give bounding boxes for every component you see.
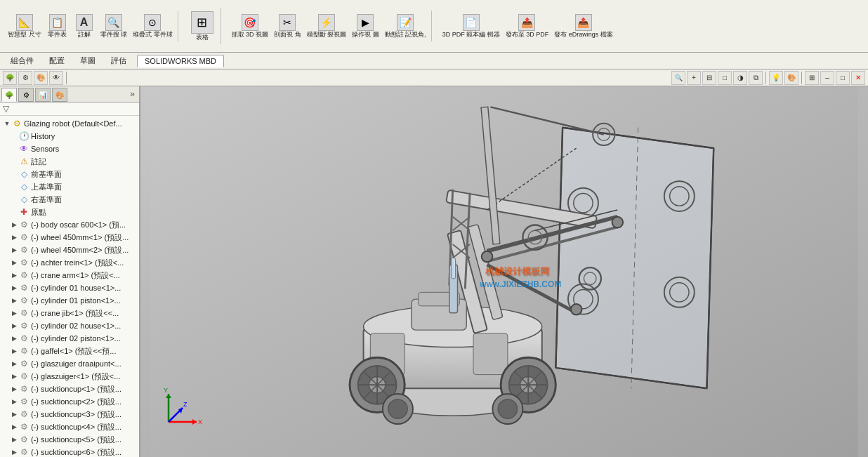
tab-solidworks-mbd[interactable]: SOLIDWORKS MBD — [137, 55, 224, 67]
tree-item-cup4[interactable]: ▶ ⚙ (-) sucktioncup<4> (預設... — [1, 420, 138, 433]
svg-marker-1 — [555, 128, 714, 389]
tree-item-cyl02-piston[interactable]: ▶ ⚙ (-) cylinder 02 piston<1>... — [1, 332, 138, 345]
cup4-icon: ⚙ — [18, 421, 29, 432]
search-button[interactable]: 🔍 零件搜 球 — [98, 12, 130, 41]
gaffel-label: (-) gaffel<1> (預設<<預... — [31, 346, 116, 357]
operate-view-button[interactable]: ▶ 操作視 圖 — [350, 12, 381, 41]
gd-icon: ⚙ — [18, 358, 29, 369]
tree-item-cup3[interactable]: ▶ ⚙ (-) sucktioncup<3> (預設... — [1, 408, 138, 420]
tree-item-cup5[interactable]: ▶ ⚙ (-) sucktioncup<5> (預設... — [1, 433, 138, 446]
tree-item-achter[interactable]: ▶ ⚙ (-) achter trein<1> (預設<... — [1, 256, 138, 269]
filter-icon[interactable]: ▽ — [3, 104, 9, 114]
tree-item-sensors[interactable]: 👁 Sensors — [1, 143, 138, 155]
front-plane-label: 前基準面 — [31, 169, 62, 180]
tree-item-origin[interactable]: ✚ 原點 — [1, 206, 138, 218]
annotation-icon: A — [76, 14, 93, 31]
glaszuiger-expand-icon: ▶ — [10, 372, 18, 380]
publish-group: 📄 3D PDF 範本編 輯器 📤 發布至 3D PDF 📤 發布 eDrawi… — [438, 11, 618, 42]
section-display-button[interactable]: ⧉ — [749, 71, 763, 85]
publish-edrawings-button[interactable]: 📤 發布 eDrawings 檔案 — [552, 12, 615, 41]
separator-3 — [801, 72, 802, 84]
tree-item-annotation[interactable]: ⚠ 註記 — [1, 155, 138, 168]
display-button[interactable]: 🎨 — [34, 71, 48, 85]
table-icon: ⊞ — [191, 11, 213, 34]
wheel-2-expand-icon: ▶ — [10, 246, 18, 254]
data-tab[interactable]: 📊 — [35, 88, 51, 102]
tree-item-cup2[interactable]: ▶ ⚙ (-) sucktioncup<2> (預設... — [1, 395, 138, 408]
tree-item-cyl01-house[interactable]: ▶ ⚙ (-) cylinder 01 house<1>... — [1, 282, 138, 294]
capture-3d-button[interactable]: 🎯 抓取 3D 視圖 — [230, 12, 271, 41]
3dpdf-sample-button[interactable]: 📄 3D PDF 範本編 輯器 — [440, 12, 502, 41]
tree-item-top-plane[interactable]: ◇ 上基準面 — [1, 180, 138, 193]
tree-item-cup6[interactable]: ▶ ⚙ (-) sucktioncup<6> (預設... — [1, 446, 138, 457]
view-3d-button[interactable]: □ — [718, 71, 732, 85]
config-button[interactable]: ⚙ — [18, 71, 32, 85]
tree-item-cup1[interactable]: ▶ ⚙ (-) sucktioncup<1> (預設... — [1, 383, 138, 395]
table-label: 表格 — [196, 34, 209, 41]
tree-item-history[interactable]: 🕐 History — [1, 130, 138, 143]
minimize-button[interactable]: – — [820, 71, 834, 85]
zoom-fit-button[interactable]: 🔍 — [671, 71, 685, 85]
part-list-button[interactable]: 📋 零件表 — [45, 12, 70, 41]
tree-item-gaffel[interactable]: ▶ ⚙ (-) gaffel<1> (預設<<預... — [1, 345, 138, 357]
tree-item-crane-jib[interactable]: ▶ ⚙ (-) crane jib<1> (預設<<... — [1, 307, 138, 319]
cup2-label: (-) sucktioncup<2> (預設... — [31, 397, 121, 407]
main-toolbar: 📐 智慧型 尺寸 📋 零件表 A 註解 🔍 零件搜 球 ⊙ 堆疊式 零件球 ⊞ — [0, 0, 868, 53]
right-plane-icon: ◇ — [18, 194, 29, 205]
tab-evaluate[interactable]: 評估 — [103, 53, 134, 68]
cup5-icon: ⚙ — [18, 434, 29, 445]
tree-item-right-plane[interactable]: ◇ 右基準面 — [1, 193, 138, 206]
maximize-button[interactable]: □ — [836, 71, 850, 85]
smart-dimension-button[interactable]: 📐 智慧型 尺寸 — [6, 12, 44, 41]
left-panel: 🌳 ⚙ 📊 🎨 » ▽ ▼ ⚙ Glazing robot (Default<D… — [0, 86, 140, 457]
tree-item-cyl01-piston[interactable]: ▶ ⚙ (-) cylinder 01 piston<1>... — [1, 294, 138, 307]
tree-item-wheel-1[interactable]: ▶ ⚙ (-) wheel 450mm<1> (預設... — [1, 231, 138, 244]
tree-item-glaszuiger-draaipunt[interactable]: ▶ ⚙ (-) glaszuiger draaipunt<... — [1, 357, 138, 370]
tab-assembly[interactable]: 組合件 — [3, 53, 41, 68]
tree-root-item[interactable]: ▼ ⚙ Glazing robot (Default<Def... — [1, 117, 138, 130]
stack-balloon-icon: ⊙ — [144, 14, 161, 31]
section-view-button[interactable]: ✂ 剖面視 角 — [272, 12, 303, 41]
cyl02-piston-expand-icon: ▶ — [10, 334, 18, 343]
tree-item-front-plane[interactable]: ◇ 前基準面 — [1, 168, 138, 180]
publish-3dpdf-button[interactable]: 📤 發布至 3D PDF — [504, 12, 551, 41]
smart-dimension-label: 智慧型 尺寸 — [8, 32, 41, 39]
annotation-button[interactable]: A 註解 — [72, 12, 97, 41]
light-button[interactable]: 💡 — [769, 71, 783, 85]
tree-tab[interactable]: 🌳 — [1, 88, 17, 102]
tree-item-crane-arm[interactable]: ▶ ⚙ (-) crane arm<1> (預設<... — [1, 269, 138, 282]
view-layout-button[interactable]: ⊞ — [805, 71, 819, 85]
tab-config[interactable]: 配置 — [41, 53, 72, 68]
close-button[interactable]: ✕ — [851, 71, 865, 85]
display-style-button[interactable]: ◑ — [733, 71, 747, 85]
separator-1 — [66, 72, 67, 84]
tab-sketch[interactable]: 草圖 — [72, 53, 103, 68]
tree-item-glaszuiger[interactable]: ▶ ⚙ (-) glaszuiger<1> (預設<... — [1, 370, 138, 383]
cup2-expand-icon: ▶ — [10, 397, 18, 406]
view-orient-button[interactable]: ⊟ — [702, 71, 716, 85]
appearance-tab[interactable]: 🎨 — [52, 88, 67, 102]
svg-text:Y: Y — [164, 387, 168, 394]
appearance-button[interactable]: 🎨 — [784, 71, 798, 85]
expand-panel-button[interactable]: » — [127, 88, 138, 102]
cup2-icon: ⚙ — [18, 396, 29, 407]
tree-item-cyl02-house[interactable]: ▶ ⚙ (-) cylinder 02 house<1>... — [1, 319, 138, 332]
cyl01-house-expand-icon: ▶ — [10, 284, 18, 292]
tree-toggle-button[interactable]: 🌳 — [3, 71, 17, 85]
tree-item-wheel-2[interactable]: ▶ ⚙ (-) wheel 450mm<2> (預設... — [1, 244, 138, 256]
motion-note-button[interactable]: 📝 動態註 記視角, — [383, 12, 428, 41]
table-button[interactable]: ⊞ 表格 — [187, 9, 218, 44]
3d-viewport[interactable]: 机械设计模板网 www.JIXIEZHB.COM X Y Z — [140, 86, 868, 457]
crane-arm-icon: ⚙ — [18, 270, 29, 281]
model-break-button[interactable]: ⚡ 模型斷 裂視圖 — [305, 12, 349, 41]
publish-3dpdf-icon: 📤 — [518, 14, 535, 31]
cyl01-house-label: (-) cylinder 01 house<1>... — [31, 284, 121, 292]
stack-balloon-button[interactable]: ⊙ 堆疊式 零件球 — [131, 12, 175, 41]
eye-button[interactable]: 👁 — [49, 71, 63, 85]
config-tab[interactable]: ⚙ — [18, 88, 34, 102]
zoom-in-button[interactable]: + — [687, 71, 701, 85]
body-oscar-icon: ⚙ — [18, 219, 29, 230]
tree-item-body-oscar[interactable]: ▶ ⚙ (-) body oscar 600<1> (預... — [1, 218, 138, 231]
feature-tree: ▼ ⚙ Glazing robot (Default<Def... 🕐 Hist… — [0, 116, 139, 457]
annotation-label: 註記 — [31, 157, 46, 167]
